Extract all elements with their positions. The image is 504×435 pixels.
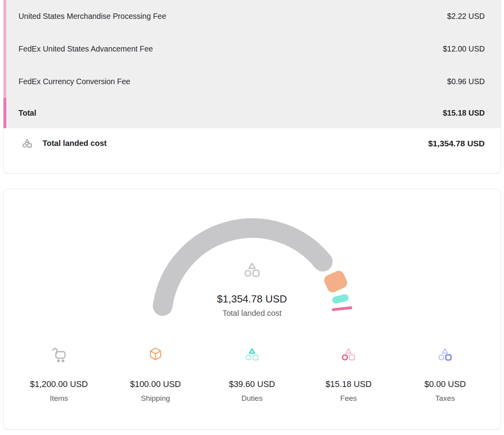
total-row: Total$15.18 USD [4,98,500,128]
stat-label: Duties [241,394,263,403]
package-icon [148,346,163,363]
gauge-segment-items [163,228,323,306]
fee-label: United States Merchandise Processing Fee [19,12,166,21]
stat-duties: $39.60 USDDuties [204,346,300,403]
shapes-icon [341,346,356,363]
stat-label: Items [50,394,68,403]
stat-label: Taxes [435,394,455,403]
fee-label: Total [19,109,36,118]
fee-value: $12.00 USD [443,44,485,53]
fee-row: United States Merchandise Processing Fee… [4,0,500,33]
gauge-chart [4,189,501,331]
stat-taxes: $0.00 USDTaxes [397,346,493,403]
fees-breakdown-card: United States Merchandise Processing Fee… [3,0,501,173]
fee-label: FedEx Currency Conversion Fee [19,77,130,86]
fee-row: FedEx Currency Conversion Fee$0.96 USD [4,65,500,98]
total-landed-cost-row: Total landed cost $1,354.78 USD [4,128,500,148]
fee-value: $2.22 USD [447,12,485,21]
stat-value: $0.00 USD [424,380,466,389]
stat-value: $1,200.00 USD [30,380,88,389]
shapes-icon [244,346,260,363]
total-landed-cost-value: $1,354.78 USD [428,139,485,148]
accent-stripe [4,98,6,128]
stat-items: $1,200.00 USDItems [11,346,107,403]
total-landed-cost-label: Total landed cost [43,139,107,148]
landed-cost-gauge: $1,354.78 USD Total landed cost [4,189,500,331]
stat-fees: $15.18 USDFees [300,346,397,403]
fee-table: United States Merchandise Processing Fee… [4,0,500,128]
stat-label: Fees [340,394,357,403]
accent-stripe [4,65,6,98]
fee-row: FedEx United States Advancement Fee$12.0… [4,33,500,65]
fee-value: $15.18 USD [443,109,485,118]
gauge-segment-fees [332,306,352,312]
accent-stripe [4,0,6,33]
fee-label: FedEx United States Advancement Fee [19,44,153,53]
stat-value: $100.00 USD [130,380,181,389]
stat-value: $15.18 USD [326,380,372,389]
landed-cost-shapes-icon [22,138,33,148]
cart-icon [51,346,67,363]
landed-cost-chart-card: $1,354.78 USD Total landed cost $1,200.0… [3,189,501,429]
gauge-segment-duties [332,294,349,304]
stat-label: Shipping [141,394,170,403]
stat-value: $39.60 USD [229,380,275,389]
stat-shipping: $100.00 USDShipping [107,346,204,403]
cost-breakdown-stats: $1,200.00 USDItems$100.00 USDShipping$39… [4,346,500,403]
fee-value: $0.96 USD [447,77,485,86]
shapes-icon [437,346,453,363]
accent-stripe [4,33,6,65]
page: United States Merchandise Processing Fee… [0,0,504,429]
gauge-segment-shipping [322,269,349,294]
